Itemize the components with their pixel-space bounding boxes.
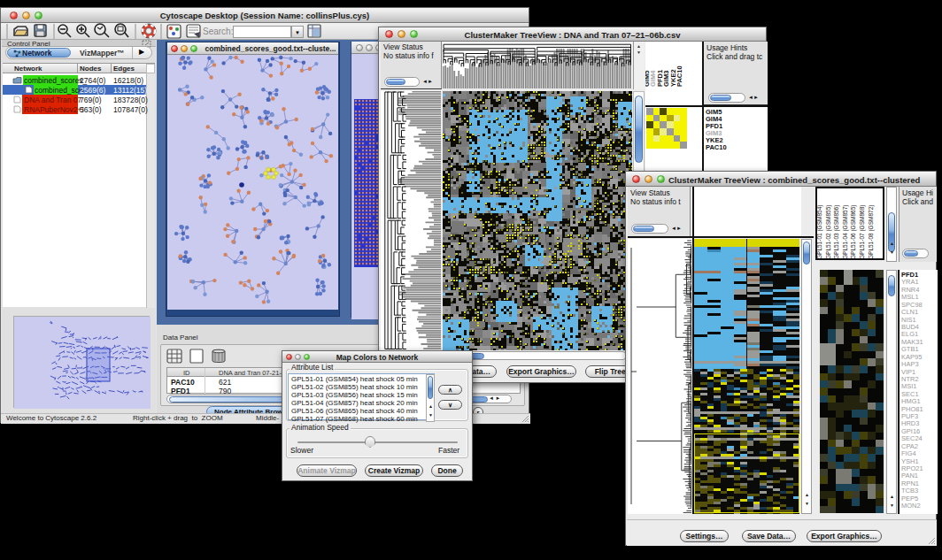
svg-text:GPL51-04 (GSM857): GPL51-04 (GSM857) <box>842 205 849 259</box>
svg-text:GPL51-07 (GSM868): GPL51-07 (GSM868) <box>859 205 866 259</box>
svg-text:PAC10: PAC10 <box>676 65 683 87</box>
svg-text:GPL51-03 (GSM856): GPL51-03 (GSM856) <box>833 205 840 259</box>
svg-text:GPL51-01 (GSM854): GPL51-01 (GSM854) <box>817 205 823 259</box>
svg-text:GPL51-06 (GSM865): GPL51-06 (GSM865) <box>850 205 857 259</box>
svg-text:GPL51-08 (GSM872): GPL51-08 (GSM872) <box>868 205 875 259</box>
svg-text:GPL51-02 (GSM855): GPL51-02 (GSM855) <box>825 205 832 259</box>
